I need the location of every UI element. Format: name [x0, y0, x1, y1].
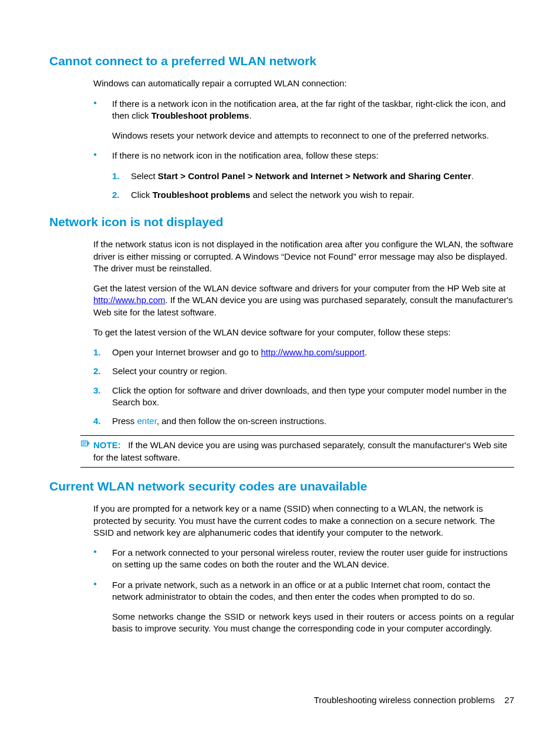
text: Get the latest version of the WLAN devic… — [93, 283, 505, 293]
text: . — [249, 110, 251, 120]
section-heading: Cannot connect to a preferred WLAN netwo… — [49, 53, 514, 69]
sub-paragraph: Some networks change the SSID or network… — [112, 611, 514, 635]
text: , and then follow the on-screen instruct… — [157, 416, 326, 426]
list-item: 1. Select Start > Control Panel > Networ… — [112, 170, 514, 182]
paragraph: If the network status icon is not displa… — [93, 238, 514, 274]
numbered-list: 1. Open your Internet browser and go to … — [93, 347, 514, 427]
list-item: For a network connected to your personal… — [93, 547, 514, 571]
intro-paragraph: Windows can automatically repair a corru… — [93, 78, 514, 89]
list-item: 3. Click the option for software and dri… — [93, 385, 514, 409]
bold-text: Troubleshoot problems — [151, 110, 249, 120]
bold-text: Start > Control Panel > Network and Inte… — [158, 171, 471, 181]
keycap: enter — [137, 416, 157, 426]
text: For a private network, such as a network… — [112, 580, 490, 601]
footer-text: Troubleshooting wireless connection prob… — [314, 695, 495, 705]
footer: Troubleshooting wireless connection prob… — [314, 694, 514, 706]
step-number: 3. — [93, 385, 101, 396]
text: If there is no network icon in the notif… — [112, 150, 379, 160]
numbered-list: 1. Select Start > Control Panel > Networ… — [112, 170, 514, 201]
list-item: If there is a network icon in the notifi… — [93, 98, 514, 142]
step-number: 4. — [93, 415, 101, 427]
list-item: 2. Click Troubleshoot problems and selec… — [112, 189, 514, 201]
page-number: 27 — [504, 695, 514, 705]
sub-paragraph: Windows resets your network device and a… — [112, 130, 514, 142]
list-item: 2. Select your country or region. — [93, 365, 514, 377]
paragraph: To get the latest version of the WLAN de… — [93, 327, 514, 338]
note-box: NOTE: If the WLAN device you are using w… — [80, 435, 514, 468]
step-number: 2. — [112, 189, 120, 201]
text: Click — [131, 190, 153, 200]
bullet-list: If there is a network icon in the notifi… — [93, 98, 514, 201]
bullet-list: For a network connected to your personal… — [93, 547, 514, 635]
hp-support-link[interactable]: http://www.hp.com/support — [261, 347, 365, 357]
text: and select the network you wish to repai… — [250, 190, 414, 200]
note-icon — [80, 439, 90, 449]
text: For a network connected to your personal… — [112, 547, 508, 569]
paragraph: Get the latest version of the WLAN devic… — [93, 283, 514, 318]
hp-link[interactable]: http://www.hp.com — [93, 295, 166, 305]
section-heading: Current WLAN network security codes are … — [49, 478, 514, 495]
section-heading: Network icon is not displayed — [49, 214, 514, 230]
paragraph: If you are prompted for a network key or… — [93, 503, 514, 539]
text: Click the option for software and driver… — [112, 385, 507, 407]
list-item: For a private network, such as a network… — [93, 579, 514, 635]
text: Select your country or region. — [112, 366, 227, 376]
text: . — [365, 347, 367, 357]
list-item: If there is no network icon in the notif… — [93, 150, 514, 201]
list-item: 4. Press enter, and then follow the on-s… — [93, 415, 514, 427]
text: Open your Internet browser and go to — [112, 347, 261, 357]
text: Select — [131, 171, 158, 181]
note-text: If the WLAN device you are using was pur… — [93, 440, 507, 462]
text: Press — [112, 416, 137, 426]
step-number: 2. — [93, 365, 101, 377]
step-number: 1. — [93, 347, 101, 358]
bold-text: Troubleshoot problems — [153, 190, 251, 200]
note-label: NOTE: — [93, 440, 121, 450]
text: . — [471, 171, 474, 181]
list-item: 1. Open your Internet browser and go to … — [93, 347, 514, 358]
step-number: 1. — [112, 170, 120, 182]
